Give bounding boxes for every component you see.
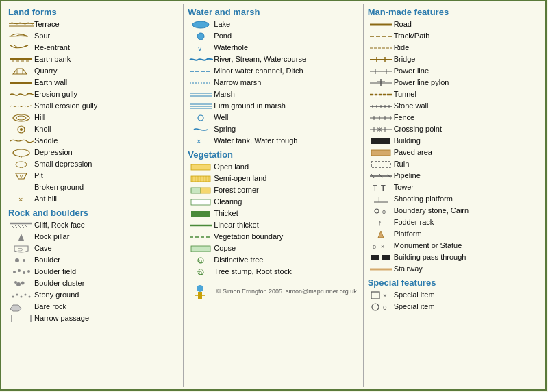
symbol-pavedarea [368, 148, 394, 158]
item-label: Well [214, 113, 228, 122]
item-label: Paved area [394, 148, 432, 157]
item-label: Distinctive tree [214, 256, 263, 265]
section-title-landforms: Land forms [8, 7, 179, 17]
item-label: Small erosion gully [34, 101, 97, 110]
symbol-rockpillar [8, 232, 34, 242]
item-label: Copse [214, 244, 236, 253]
list-item: Stony ground [8, 290, 179, 301]
item-label: Stone wall [394, 101, 429, 110]
svg-point-19 [20, 128, 23, 131]
svg-point-127 [375, 209, 379, 213]
item-label: Monument or Statue [394, 241, 462, 250]
svg-rect-118 [371, 162, 390, 167]
svg-line-26 [12, 225, 14, 228]
section-title-water: Water and marsh [188, 7, 358, 17]
svg-rect-134 [382, 255, 390, 260]
item-label: Earth wall [34, 78, 67, 87]
symbol-stairway [368, 265, 394, 274]
list-item: o Boundary stone, Cairn [368, 206, 538, 217]
item-label: Boulder field [34, 267, 76, 276]
svg-line-29 [22, 225, 24, 228]
item-label: Crossing point [394, 125, 442, 134]
item-label: Small depression [34, 160, 92, 169]
symbol-copse [188, 244, 214, 254]
svg-text:×: × [381, 243, 384, 250]
list-item: Fence [368, 112, 538, 123]
symbol-smalldepression [8, 160, 34, 169]
list-item: o× Monument or Statue [368, 241, 538, 252]
symbol-platform [368, 230, 394, 239]
symbol-tower: TT [368, 183, 394, 193]
item-label: Tree stump, Root stock [214, 267, 291, 276]
item-label: Road [394, 20, 412, 29]
svg-text:×: × [18, 195, 23, 204]
svg-point-35 [13, 271, 16, 273]
svg-point-34 [23, 259, 25, 262]
symbol-cave: ⊃ [8, 244, 34, 254]
svg-text:o: o [199, 269, 202, 276]
symbol-crossingpoint [368, 125, 394, 134]
svg-point-59 [198, 115, 203, 121]
item-label: Narrow marsh [214, 78, 261, 87]
symbol-linearthicket [188, 221, 214, 230]
item-label: Minor water channel, Ditch [214, 66, 303, 75]
item-label: Pipeline [394, 171, 421, 180]
svg-text:o: o [383, 304, 387, 311]
item-label: Pit [34, 171, 43, 180]
symbol-earthwall [8, 78, 34, 88]
list-item: Boulder [8, 255, 179, 266]
list-item: Boulder cluster [8, 278, 179, 289]
list-item: × Ant hill [8, 194, 179, 205]
column-landforms: Land forms Terrace Spur Re-entrant Earth… [4, 4, 184, 387]
item-label: Rock pillar [34, 232, 69, 241]
item-label: Boulder [34, 256, 60, 265]
list-item: Bare rock [8, 302, 179, 313]
svg-point-17 [16, 116, 26, 120]
symbol-bridge [368, 55, 394, 64]
list-item: Well [188, 112, 358, 123]
svg-point-45 [25, 294, 27, 296]
list-item: ↑ Fodder rack [368, 217, 538, 228]
list-item: Knoll [8, 124, 179, 135]
svg-rect-136 [371, 292, 379, 299]
item-label: Open land [214, 162, 249, 171]
symbol-depression [8, 148, 34, 158]
list-item: Hill [8, 112, 179, 123]
svg-line-27 [15, 225, 17, 228]
symbol-treestump: o [188, 267, 214, 277]
list-item: Ride [368, 42, 538, 53]
item-label: Water tank, Water trough [214, 136, 297, 145]
symbol-hill [8, 113, 34, 123]
svg-rect-71 [201, 188, 210, 193]
svg-text:×: × [197, 137, 201, 145]
svg-point-44 [21, 296, 23, 298]
svg-rect-70 [191, 188, 201, 193]
symbol-distinctivetree: o [188, 256, 214, 265]
list-item: ⋮⋮⋮ Broken ground [8, 182, 179, 193]
list-item: Paved area [368, 147, 538, 158]
svg-line-28 [18, 225, 21, 228]
symbol-anthill: × [8, 195, 34, 204]
symbol-knoll [8, 125, 34, 134]
svg-point-21 [16, 162, 27, 167]
list-item: Power line pylon [368, 77, 538, 88]
list-item: Rock pillar [8, 232, 179, 243]
symbol-earthbank [8, 55, 34, 64]
symbol-pit: v [8, 171, 34, 181]
list-item: T Shooting platform [368, 194, 538, 205]
symbol-shootingplatform: T [368, 195, 394, 204]
list-item: Power line [368, 66, 538, 77]
symbol-firmmarsh [188, 101, 214, 111]
list-item: Pipeline [368, 171, 538, 182]
symbol-boulderfield [8, 267, 34, 277]
symbol-vegboundary [188, 232, 214, 242]
symbol-cliff [8, 221, 34, 230]
item-label: Stairway [394, 265, 423, 273]
list-item: Thicket [188, 208, 358, 219]
list-item: v Waterhole [188, 42, 358, 53]
svg-text:v: v [20, 173, 23, 180]
list-item: Cliff, Rock face [8, 220, 179, 231]
list-item: Bridge [368, 54, 538, 65]
list-item: o Tree stump, Root stock [188, 267, 358, 278]
symbol-powerlinepylon [368, 78, 394, 88]
